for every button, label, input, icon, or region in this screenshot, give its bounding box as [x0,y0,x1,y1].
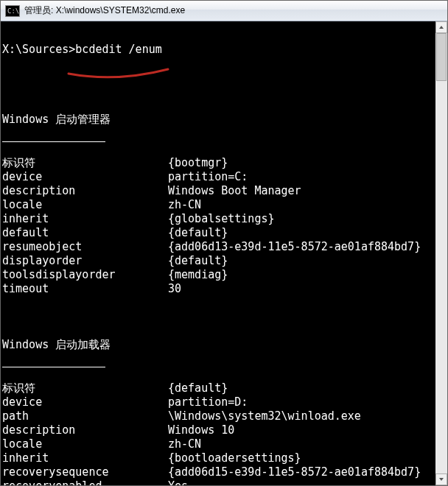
entry-key: device [2,395,168,409]
entry-key: recoverysequence [2,465,168,479]
table-row: timeout30 [2,282,446,296]
table-row: 标识符{default} [2,381,446,395]
entry-value: zh-CN [168,437,201,451]
scroll-up-button[interactable] [435,21,447,33]
table-row: devicepartition=D: [2,395,446,409]
entry-key: timeout [2,282,168,296]
entry-value: Windows 10 [168,423,234,437]
entry-value: partition=C: [168,170,248,184]
entry-value: Windows Boot Manager [168,184,301,198]
chevron-down-icon [438,476,444,482]
prompt-path: X:\Sources> [2,43,75,57]
titlebar[interactable]: C:\ 管理员: X:\windows\SYSTEM32\cmd.exe [1,1,447,21]
entry-value: Yes [168,479,188,485]
table-row: recoverysequence{add06d15-e39d-11e5-8572… [2,465,446,479]
entry-value: {bootmgr} [168,156,228,170]
entry-value: {default} [168,381,228,395]
scroll-track[interactable] [435,33,447,473]
entry-key: description [2,184,168,198]
section-underline [2,367,105,367]
table-row: descriptionWindows 10 [2,423,446,437]
system-menu-icon[interactable]: C:\ [5,5,20,17]
table-row: localezh-CN [2,198,446,212]
entry-key: inherit [2,212,168,226]
entry-value: {globalsettings} [168,212,275,226]
table-row: inherit{globalsettings} [2,212,446,226]
entry-value: {default} [168,226,228,240]
cmd-window: C:\ 管理员: X:\windows\SYSTEM32\cmd.exe X:\… [0,0,448,486]
entry-value: {add06d13-e39d-11e5-8572-ae01af884bd7} [168,240,421,254]
entry-key: description [2,423,168,437]
entry-value: {default} [168,254,228,268]
section-header-bootmgr: Windows 启动管理器 [2,113,111,127]
entry-value: \Windows\system32\winload.exe [168,409,361,423]
entry-key: locale [2,198,168,212]
console-area[interactable]: X:\Sources>bcdedit /enum Windows 启动管理器 标… [1,21,447,485]
entry-value: {bootloadersettings} [168,451,301,465]
entry-value: {memdiag} [168,268,228,282]
entry-key: toolsdisplayorder [2,268,168,282]
table-row: inherit{bootloadersettings} [2,451,446,465]
loader-entries: 标识符{default}devicepartition=D:path\Windo… [2,381,446,485]
table-row: toolsdisplayorder{memdiag} [2,268,446,282]
entry-key: resumeobject [2,240,168,254]
chevron-up-icon [438,24,444,30]
vertical-scrollbar[interactable] [435,21,447,485]
entry-key: 标识符 [2,156,168,170]
entry-value: 30 [168,282,181,296]
entry-key: locale [2,437,168,451]
section-underline [2,141,105,142]
entry-key: default [2,226,168,240]
entry-key: inherit [2,451,168,465]
section-header-loader: Windows 启动加载器 [2,338,111,352]
entry-value: {add06d15-e39d-11e5-8572-ae01af884bd7} [168,465,421,479]
entry-key: recoveryenabled [2,479,168,485]
table-row: devicepartition=C: [2,170,446,184]
entry-value: partition=D: [168,395,248,409]
table-row: path\Windows\system32\winload.exe [2,409,446,423]
entry-key: 标识符 [2,381,168,395]
table-row: localezh-CN [2,437,446,451]
entry-value: zh-CN [168,198,201,212]
scroll-thumb[interactable] [436,33,447,81]
window-title: 管理员: X:\windows\SYSTEM32\cmd.exe [24,4,185,17]
bootmgr-entries: 标识符{bootmgr}devicepartition=C:descriptio… [2,156,446,296]
table-row: descriptionWindows Boot Manager [2,184,446,198]
table-row: resumeobject{add06d13-e39d-11e5-8572-ae0… [2,240,446,254]
table-row: default{default} [2,226,446,240]
table-row: displayorder{default} [2,254,446,268]
entry-key: path [2,409,168,423]
entry-key: displayorder [2,254,168,268]
entry-key: device [2,170,168,184]
table-row: recoveryenabledYes [2,479,446,485]
entered-command: bcdedit /enum [75,43,161,57]
scroll-down-button[interactable] [435,473,447,485]
table-row: 标识符{bootmgr} [2,156,446,170]
